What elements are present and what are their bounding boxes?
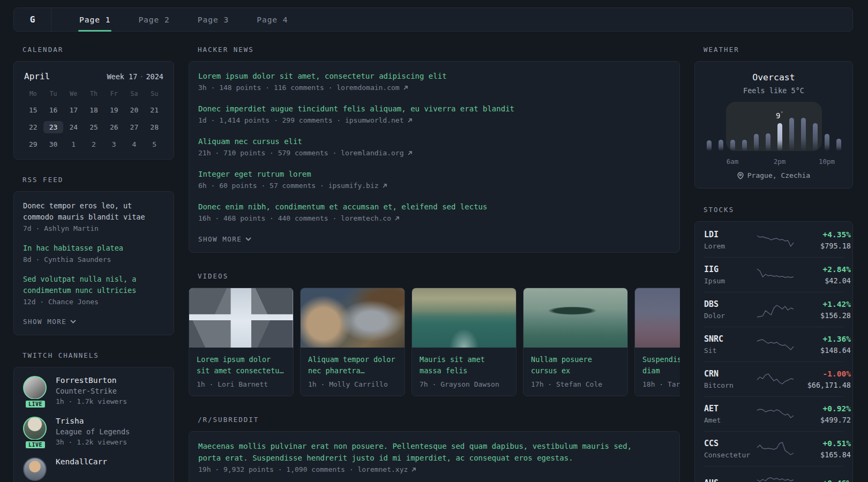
weekday-label: Tu <box>43 90 64 99</box>
twitch-section-label: TWITCH CHANNELS <box>23 351 174 359</box>
stock-change: +0.46% <box>795 479 851 482</box>
calendar-day-other-month: 5 <box>144 138 164 150</box>
hackernews-item-title[interactable]: Donec enim nibh, condimentum et accumsan… <box>198 201 670 213</box>
twitch-channel-row[interactable]: KendallCarr <box>23 457 164 481</box>
tab-page-1[interactable]: Page 1 <box>65 8 124 31</box>
videos-strip: Lorem ipsum dolor sit amet consectetu… 1… <box>189 288 680 396</box>
reddit-section: /R/SUBREDDIT Maecenas mollis pulvinar er… <box>189 416 680 482</box>
app-logo[interactable]: G <box>14 8 51 31</box>
rss-item-title[interactable]: Donec tempor eros leo, ut commodo mauris… <box>23 200 164 223</box>
video-card[interactable]: Suspendisse diam 18h · Tara <box>634 288 680 396</box>
hour-label: 6am <box>727 157 739 165</box>
rss-item-meta: 8d · Cynthia Saunders <box>23 255 164 263</box>
video-title[interactable]: Suspendisse diam <box>642 354 680 376</box>
stock-sparkline <box>755 439 795 458</box>
external-link-icon <box>403 85 408 91</box>
stock-row[interactable]: AHS+0.46% <box>704 466 843 482</box>
calendar-day: 30 <box>43 138 64 150</box>
rss-item-title[interactable]: In hac habitasse platea <box>23 243 164 254</box>
video-body: Aliquam tempor dolor nec pharetra… 1h · … <box>301 348 405 396</box>
reddit-post-title[interactable]: Maecenas mollis pulvinar erat non posuer… <box>198 440 670 464</box>
chevron-down-icon <box>245 237 251 241</box>
nav-tabs: Page 1 Page 2 Page 3 Page 4 <box>51 8 302 31</box>
twitch-channel-name[interactable]: Trisha <box>56 417 130 425</box>
stock-row[interactable]: AETAmet+0.92%$499.72 <box>704 396 843 431</box>
temperature-bar <box>825 134 829 151</box>
video-thumbnail <box>412 288 516 348</box>
calendar-week: Week 17 <box>107 72 137 81</box>
calendar-day: 27 <box>124 121 145 133</box>
stock-name: Bitcorn <box>704 381 755 389</box>
twitch-channel-row[interactable]: LIVE ForrestBurton Counter-Strike 1h · 1… <box>23 376 164 405</box>
video-title[interactable]: Lorem ipsum dolor sit amet consectetu… <box>197 354 286 376</box>
meta-text: 6h · 60 points · 57 comments · ipsumify.… <box>198 182 379 190</box>
video-title[interactable]: Aliquam tempor dolor nec pharetra… <box>308 354 397 376</box>
stock-symbol: SNRC <box>704 334 755 344</box>
video-title[interactable]: Nullam posuere cursus ex <box>531 354 620 376</box>
video-thumbnail <box>523 288 627 348</box>
live-badge: LIVE <box>24 399 47 409</box>
hackernews-item-meta: 1d · 1,414 points · 299 comments · ipsum… <box>198 116 670 124</box>
rss-item-meta: 7d · Ashlyn Martin <box>23 224 164 232</box>
avatar <box>23 457 47 481</box>
stock-symbol: AHS <box>704 478 755 482</box>
calendar-day: 24 <box>63 121 84 133</box>
rss-item-meta: 12d · Chance Jones <box>23 298 164 306</box>
rss-show-more-button[interactable]: SHOW MORE <box>23 318 76 326</box>
stock-row[interactable]: CRNBitcorn-1.00%$66,171.48 <box>704 362 843 396</box>
twitch-channel-name[interactable]: KendallCarr <box>56 457 107 466</box>
stock-symbol-block: AHS <box>704 478 755 482</box>
rss-section-label: RSS FEED <box>23 176 174 184</box>
hackernews-item-title[interactable]: Donec imperdiet augue tincidunt felis al… <box>198 103 670 115</box>
temperature-bar <box>730 140 735 151</box>
hackernews-item: Donec enim nibh, condimentum et accumsan… <box>198 201 670 222</box>
tab-page-2[interactable]: Page 2 <box>124 8 183 31</box>
hackernews-show-more-button[interactable]: SHOW MORE <box>198 235 251 243</box>
hackernews-item-title[interactable]: Integer eget rutrum lorem <box>198 168 670 180</box>
video-card[interactable]: Aliquam tempor dolor nec pharetra… 1h · … <box>300 288 405 396</box>
weather-section: WEATHER Overcast Feels like 5°C 9° 6am2p… <box>694 46 853 189</box>
rss-item-title[interactable]: Sed volutpat nulla nisl, a condimentum n… <box>23 274 164 296</box>
calendar-grid: Mo Tu We Th Fr Sa Su 15 16 17 18 19 20 2… <box>23 90 164 150</box>
video-card[interactable]: Mauris sit amet massa felis 7h · Grayson… <box>411 288 517 396</box>
calendar-day: 15 <box>23 104 43 116</box>
stock-row[interactable]: IIGIpsum+2.84%$42.04 <box>704 257 843 292</box>
tab-page-4[interactable]: Page 4 <box>243 8 302 31</box>
stock-symbol: DBS <box>704 299 755 309</box>
stock-symbol-block: SNRCSit <box>704 334 755 355</box>
video-card[interactable]: Lorem ipsum dolor sit amet consectetu… 1… <box>189 288 294 396</box>
tab-page-3[interactable]: Page 3 <box>184 8 243 31</box>
rss-item: Donec tempor eros leo, ut commodo mauris… <box>23 200 164 232</box>
hour-label: 10pm <box>819 157 835 165</box>
twitch-channel-row[interactable]: LIVE Trisha League of Legends 3h · 1.2k … <box>23 417 164 446</box>
calendar-week-year: Week 17·2024 <box>107 72 163 81</box>
calendar-day-other-month: 4 <box>124 138 145 150</box>
hackernews-item-title[interactable]: Aliquam nec cursus elit <box>198 135 670 147</box>
stock-change: +1.36% <box>795 335 851 343</box>
twitch-channel-name[interactable]: ForrestBurton <box>56 376 127 385</box>
twitch-channel-game: League of Legends <box>56 427 130 436</box>
temperature-bar <box>766 133 770 151</box>
twitch-avatar-wrap: LIVE <box>23 417 48 446</box>
video-card[interactable]: Nullam posuere cursus ex 17h · Stefan Co… <box>523 288 628 396</box>
stock-values: +4.35%$795.18 <box>795 230 851 250</box>
show-more-label: SHOW MORE <box>198 235 242 243</box>
stocks-section-label: STOCKS <box>704 206 853 214</box>
temperature-bar <box>707 140 712 151</box>
stock-sparkline <box>755 230 795 250</box>
stock-values: +2.84%$42.04 <box>795 265 851 285</box>
stock-row[interactable]: DBSDolor+1.42%$156.28 <box>704 292 843 327</box>
weather-location: Prague, Czechia <box>704 171 843 179</box>
hackernews-section-label: HACKER NEWS <box>198 46 680 54</box>
stock-row[interactable]: SNRCSit+1.36%$148.64 <box>704 327 843 362</box>
calendar-day-selected: 23 <box>43 121 64 133</box>
video-title[interactable]: Mauris sit amet massa felis <box>420 354 508 376</box>
temperature-bar-current <box>777 123 782 151</box>
calendar-card: April Week 17·2024 Mo Tu We Th Fr Sa Su … <box>13 61 174 160</box>
temperature-bar <box>836 139 841 151</box>
stock-row[interactable]: LDILorem+4.35%$795.18 <box>704 223 843 257</box>
stock-sparkline <box>755 370 795 389</box>
hackernews-item-title[interactable]: Lorem ipsum dolor sit amet, consectetur … <box>198 70 670 82</box>
stock-row[interactable]: CCSConsectetur+0.51%$165.84 <box>704 431 843 466</box>
stock-values: +1.42%$156.28 <box>795 300 851 320</box>
